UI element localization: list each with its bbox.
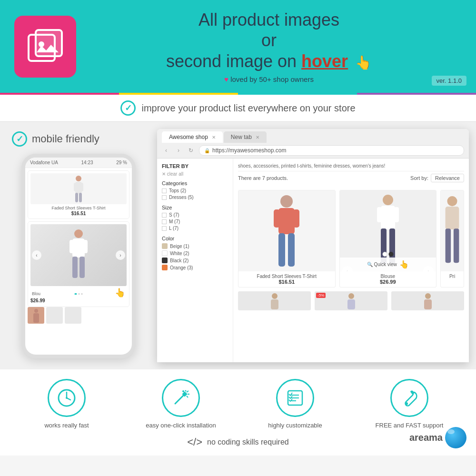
back-button[interactable]: ‹ — [162, 146, 170, 155]
m-checkbox[interactable] — [162, 219, 167, 224]
product-1-image — [238, 190, 335, 271]
products-area: shoes, accessories, printed t-shirts, fe… — [233, 159, 469, 362]
title-line2-before: second image on — [166, 51, 301, 71]
phone-signal: Vodafone UA — [30, 160, 58, 165]
phone-time: 14:23 — [81, 160, 93, 165]
phone-status-bar: Vodafone UA 14:23 29 % — [25, 158, 132, 168]
tab-1-close[interactable]: ✕ — [212, 135, 216, 140]
tab-1-label: Awesome shop — [169, 134, 208, 140]
svg-rect-19 — [278, 208, 295, 234]
svg-rect-7 — [80, 183, 83, 191]
product-2-name: Blouse — [342, 274, 434, 279]
features-row: works really fast easy one-click install… — [10, 379, 466, 429]
product-grid: Faded Short Sleeves T-Shirt $16.51 — [238, 190, 464, 288]
slider-arrow-left[interactable]: ‹ — [32, 250, 41, 260]
s-checkbox[interactable] — [162, 213, 167, 218]
refresh-button[interactable]: ↻ — [187, 146, 195, 155]
filter-white[interactable]: White (2) — [162, 250, 228, 256]
filter-size: Size S (7) M (7) L (7) — [162, 205, 228, 231]
product-2-image: ‹ › 🔍 Quick view 👆 — [340, 190, 436, 271]
filter-m[interactable]: M (7) — [162, 219, 228, 224]
product-1-price: $16.51 — [241, 279, 333, 285]
filter-categories: Categories Tops (2) Dresses (5) — [162, 180, 228, 200]
s-label: S (7) — [169, 212, 179, 218]
svg-rect-39 — [424, 299, 432, 309]
phone-product-2-name: Blou — [32, 290, 40, 296]
size-label: Size — [162, 205, 228, 210]
phone-slider-img — [30, 224, 127, 286]
product-thumb-6 — [391, 291, 464, 310]
white-swatch — [162, 250, 168, 256]
sort-select[interactable]: Relevance — [431, 174, 464, 182]
thumb-3 — [65, 307, 81, 324]
svg-rect-31 — [446, 207, 459, 229]
svg-rect-11 — [72, 238, 85, 258]
browser-nav: ‹ › ↻ 🔒 https://myawesomeshop.com — [157, 143, 469, 158]
thumb-row — [28, 307, 129, 324]
svg-line-46 — [187, 391, 188, 392]
title-or: or — [261, 30, 277, 50]
code-icon: </> — [187, 436, 202, 448]
hover-word: hover — [301, 51, 348, 71]
phone-product-2-price: $26.99 — [30, 298, 127, 303]
dresses-checkbox[interactable] — [162, 195, 167, 200]
filter-beige[interactable]: Beige (1) — [162, 243, 228, 249]
filter-dresses[interactable]: Dresses (5) — [162, 195, 228, 200]
color-dot-white[interactable] — [382, 252, 387, 257]
improve-banner: ✓ improve your product list everywhere o… — [0, 95, 476, 122]
svg-rect-14 — [72, 257, 78, 278]
beige-label: Beige (1) — [170, 244, 189, 249]
l-label: L (7) — [169, 226, 178, 231]
app-logo — [14, 16, 76, 78]
filter-l[interactable]: L (7) — [162, 226, 228, 231]
forward-button[interactable]: › — [174, 146, 183, 155]
sort-label: Sort by: — [410, 175, 428, 181]
phone-product-1-name: Faded Short Sleeves T-Shirt — [30, 204, 127, 211]
filter-orange[interactable]: Orange (3) — [162, 265, 228, 270]
filter-tops[interactable]: Tops (2) — [162, 188, 228, 193]
address-bar[interactable]: 🔒 https://myawesomeshop.com — [199, 145, 464, 156]
hover-hand-icon: 👆 — [399, 260, 409, 269]
phone-product-1-price: $16.51 — [30, 211, 127, 216]
dot-2 — [79, 293, 80, 295]
color-dot-black[interactable] — [388, 252, 393, 257]
browser-tab-2[interactable]: New tab ✕ — [224, 131, 267, 143]
white-label: White (2) — [170, 251, 189, 256]
mobile-label: ✓ mobile friendly — [12, 131, 145, 147]
svg-rect-37 — [347, 299, 355, 309]
tab-2-close[interactable]: ✕ — [256, 135, 259, 140]
slider-arrow-right[interactable]: › — [116, 250, 125, 260]
filter-clear[interactable]: ✕ clear all — [162, 171, 228, 177]
filter-black[interactable]: Black (2) — [162, 258, 228, 263]
sort-value: Relevance — [435, 175, 460, 181]
filter-s[interactable]: S (7) — [162, 212, 228, 218]
no-coding-banner: </> no coding skills required — [187, 436, 288, 448]
bottom-section: works really fast easy one-click install… — [0, 369, 476, 456]
svg-rect-23 — [288, 233, 295, 267]
l-checkbox[interactable] — [162, 226, 167, 231]
product-card-1: Faded Short Sleeves T-Shirt $16.51 — [238, 190, 336, 288]
svg-rect-25 — [381, 206, 395, 229]
feature-customize: highly customizable — [245, 379, 345, 429]
areama-sphere-icon — [445, 427, 466, 448]
dresses-label: Dresses (5) — [169, 195, 194, 200]
tops-label: Tops (2) — [169, 188, 186, 193]
svg-point-36 — [348, 293, 354, 299]
loved-text: ♥ loved by 50+ shop owners — [86, 75, 452, 83]
browser-tab-1[interactable]: Awesome shop ✕ — [162, 131, 223, 143]
quick-view-bar[interactable]: 🔍 Quick view 👆 — [340, 258, 436, 271]
mobile-section: ✓ mobile friendly Vodafone UA 14:23 29 % — [0, 122, 157, 369]
quick-view-text: 🔍 Quick view — [367, 262, 397, 267]
svg-rect-35 — [271, 299, 278, 309]
svg-rect-6 — [74, 183, 77, 191]
sidebar-filters: FILTER BY ✕ clear all Categories Tops (2… — [157, 159, 233, 362]
svg-rect-33 — [454, 228, 459, 263]
svg-point-49 — [182, 390, 184, 392]
breadcrumb-area: shoes, accessories, printed t-shirts, fe… — [238, 163, 464, 171]
svg-point-18 — [280, 195, 293, 208]
product-3-info: Pri — [441, 271, 464, 281]
areama-logo: areama — [409, 427, 466, 448]
browser-window: Awesome shop ✕ New tab ✕ ‹ › ↻ 🔒 https:/… — [157, 129, 469, 362]
phone-mockup: Vodafone UA 14:23 29 % — [21, 154, 136, 358]
tops-checkbox[interactable] — [162, 188, 167, 193]
